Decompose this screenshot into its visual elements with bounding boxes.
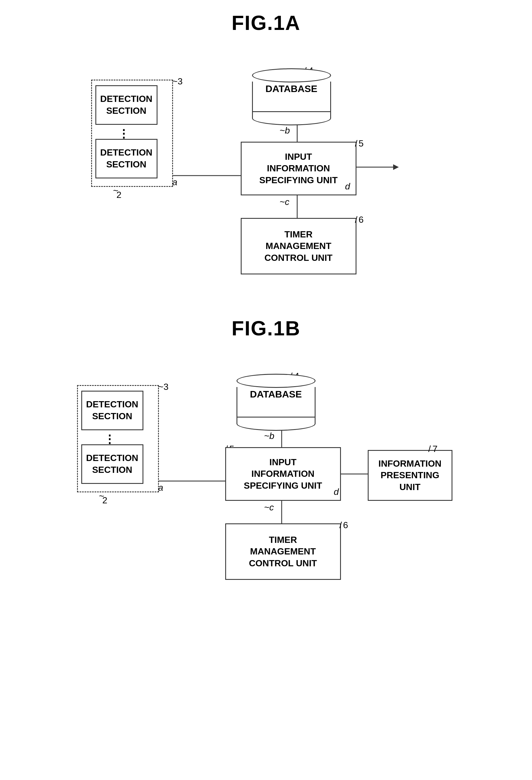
ref-6-slash: / <box>355 214 358 225</box>
database-1b: DATABASE <box>236 374 316 424</box>
ref-6-1a: 6 <box>359 214 364 225</box>
ref-7-slash-1b: / <box>428 444 431 454</box>
detection-bottom-1a: DETECTIONSECTION <box>95 139 157 179</box>
detection-top-1a: DETECTIONSECTION <box>95 85 157 125</box>
ref-6-slash-1b: / <box>339 520 342 530</box>
label-c-1a: ~c <box>280 197 289 207</box>
detection-top-1b: DETECTIONSECTION <box>81 391 143 430</box>
database-1a: DATABASE <box>252 68 331 118</box>
label-b-1a: ~b <box>280 125 290 136</box>
ref-3-1a: ~3 <box>172 76 182 87</box>
info-presenting-1b: INFORMATIONPRESENTINGUNIT <box>368 450 453 501</box>
input-info-1b: INPUTINFORMATIONSPECIFYING UNIT <box>225 447 341 501</box>
dots-1a: ⋮ <box>118 127 129 140</box>
label-d-1a: d <box>345 181 350 192</box>
ref-2-tilde-1b: ~ <box>99 491 104 501</box>
figure-1a: FIG.1A <box>17 11 515 294</box>
fig1a-title: FIG.1A <box>17 11 515 35</box>
database-label-1b: DATABASE <box>236 388 316 400</box>
fig1a-diagram: ~3 2 ~ DETECTIONSECTION ⋮ DETECTIONSECTI… <box>83 51 449 294</box>
ref-7-1b: 7 <box>433 444 438 454</box>
input-info-1a: INPUTINFORMATIONSPECIFYING UNIT <box>241 142 357 195</box>
fig1b-title: FIG.1B <box>17 317 515 340</box>
figure-1b: FIG.1B <box>17 317 515 617</box>
label-d-1b: d <box>334 487 339 497</box>
label-a-1a: a <box>172 177 177 188</box>
ref-6-1b: 6 <box>343 520 348 530</box>
label-b-1b: ~b <box>264 431 274 441</box>
fig1b-diagram: ~3 2 ~ DETECTIONSECTION ⋮ DETECTIONSECTI… <box>68 357 464 617</box>
database-label-1a: DATABASE <box>252 83 331 95</box>
ref-5-slash: / <box>355 138 358 149</box>
label-a-1b: a <box>158 482 163 493</box>
detection-bottom-1b: DETECTIONSECTION <box>81 444 143 484</box>
timer-1a: TIMERMANAGEMENTCONTROL UNIT <box>241 218 357 275</box>
ref-2-tilde: ~ <box>113 186 118 196</box>
ref-3-1b: ~3 <box>158 382 168 392</box>
dots-1b: ⋮ <box>104 433 115 445</box>
ref-5-1a: 5 <box>359 138 364 149</box>
svg-marker-6 <box>393 164 399 170</box>
page: FIG.1A <box>0 0 532 650</box>
timer-1b: TIMERMANAGEMENTCONTROL UNIT <box>225 523 341 580</box>
label-c-1b: ~c <box>264 502 274 513</box>
